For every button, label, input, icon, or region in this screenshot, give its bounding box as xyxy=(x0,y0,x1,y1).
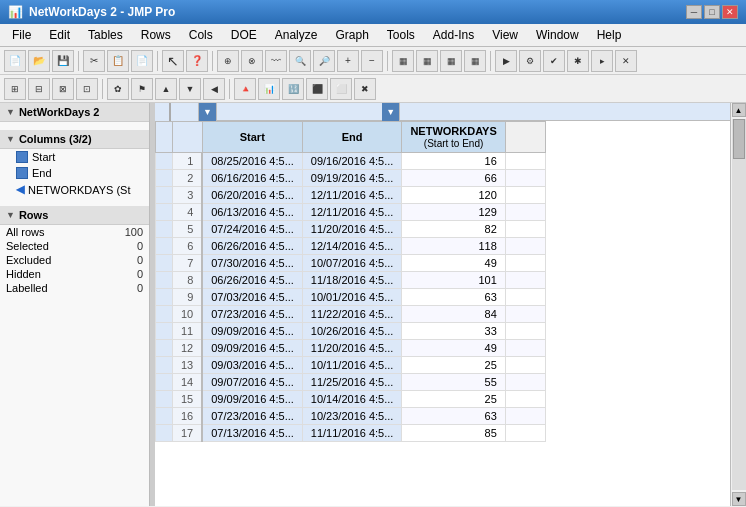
tb-b8[interactable]: ▦ xyxy=(392,50,414,72)
row-selector[interactable] xyxy=(156,238,173,255)
menu-tables[interactable]: Tables xyxy=(80,26,131,44)
tb-b17[interactable]: ✕ xyxy=(615,50,637,72)
tb-help[interactable]: ❓ xyxy=(186,50,208,72)
tb2-b15[interactable]: ✖ xyxy=(354,78,376,100)
tb2-b13[interactable]: ⬛ xyxy=(306,78,328,100)
data-area[interactable]: ▼ ▼ Start End NETWORKDAYS(Start to End) xyxy=(155,103,730,506)
row-selector[interactable] xyxy=(156,204,173,221)
cell-start: 07/23/2016 4:5... xyxy=(202,306,302,323)
tb2-b11[interactable]: 📊 xyxy=(258,78,280,100)
row-selector[interactable] xyxy=(156,340,173,357)
cell-start: 06/20/2016 4:5... xyxy=(202,187,302,204)
scroll-up-btn[interactable]: ▲ xyxy=(732,103,746,117)
menu-help[interactable]: Help xyxy=(589,26,630,44)
tb2-b1[interactable]: ⊞ xyxy=(4,78,26,100)
row-selector[interactable] xyxy=(156,323,173,340)
close-button[interactable]: ✕ xyxy=(722,5,738,19)
cell-end: 12/11/2016 4:5... xyxy=(302,204,402,221)
tb2-b3[interactable]: ⊠ xyxy=(52,78,74,100)
menu-analyze[interactable]: Analyze xyxy=(267,26,326,44)
scroll-track[interactable] xyxy=(732,119,746,490)
tb-b5[interactable]: 🔎 xyxy=(313,50,335,72)
row-selector[interactable] xyxy=(156,255,173,272)
tb-cut[interactable]: ✂ xyxy=(83,50,105,72)
row-selector[interactable] xyxy=(156,408,173,425)
menu-window[interactable]: Window xyxy=(528,26,587,44)
tb-b16[interactable]: ▸ xyxy=(591,50,613,72)
scroll-down-btn[interactable]: ▼ xyxy=(732,492,746,506)
row-selector[interactable] xyxy=(156,374,173,391)
row-selector[interactable] xyxy=(156,306,173,323)
vertical-scrollbar[interactable]: ▲ ▼ xyxy=(730,103,746,506)
tb2-b10[interactable]: 🔺 xyxy=(234,78,256,100)
tb2-b9[interactable]: ◀ xyxy=(203,78,225,100)
tb2-b12[interactable]: 🔢 xyxy=(282,78,304,100)
menu-file[interactable]: File xyxy=(4,26,39,44)
tb2-b6[interactable]: ⚑ xyxy=(131,78,153,100)
tb-save[interactable]: 💾 xyxy=(52,50,74,72)
tb-b12[interactable]: ▶ xyxy=(495,50,517,72)
tb-b2[interactable]: ⊗ xyxy=(241,50,263,72)
dataset-header[interactable]: ▼ NetWorkDays 2 xyxy=(0,103,149,122)
row-selector[interactable] xyxy=(156,187,173,204)
cell-start: 06/26/2016 4:5... xyxy=(202,272,302,289)
tb-new[interactable]: 📄 xyxy=(4,50,26,72)
th-end[interactable]: End xyxy=(302,122,402,153)
menu-rows[interactable]: Rows xyxy=(133,26,179,44)
rows-header[interactable]: ▼ Rows xyxy=(0,206,149,225)
th-networkdays[interactable]: NETWORKDAYS(Start to End) xyxy=(402,122,505,153)
tb2-b8[interactable]: ▼ xyxy=(179,78,201,100)
col-dropdown-start[interactable]: ▼ xyxy=(199,103,217,121)
row-selector[interactable] xyxy=(156,357,173,374)
tb-open[interactable]: 📂 xyxy=(28,50,50,72)
tb2-b2[interactable]: ⊟ xyxy=(28,78,50,100)
scroll-thumb[interactable] xyxy=(733,119,745,159)
tb-b4[interactable]: 🔍 xyxy=(289,50,311,72)
col-end[interactable]: End xyxy=(0,165,149,181)
tb-b1[interactable]: ⊕ xyxy=(217,50,239,72)
cell-nwd: 63 xyxy=(402,408,505,425)
tb-b11[interactable]: ▦ xyxy=(464,50,486,72)
tb-b7[interactable]: − xyxy=(361,50,383,72)
tb2-b7[interactable]: ▲ xyxy=(155,78,177,100)
col-start[interactable]: Start xyxy=(0,149,149,165)
tb-paste[interactable]: 📄 xyxy=(131,50,153,72)
maximize-button[interactable]: □ xyxy=(704,5,720,19)
menu-tools[interactable]: Tools xyxy=(379,26,423,44)
menu-view[interactable]: View xyxy=(484,26,526,44)
menu-addins[interactable]: Add-Ins xyxy=(425,26,482,44)
row-selector[interactable] xyxy=(156,289,173,306)
menu-edit[interactable]: Edit xyxy=(41,26,78,44)
tb2-b4[interactable]: ⊡ xyxy=(76,78,98,100)
tb-b14[interactable]: ✔ xyxy=(543,50,565,72)
row-selector[interactable] xyxy=(156,153,173,170)
tb2-b14[interactable]: ⬜ xyxy=(330,78,352,100)
rows-triangle: ▼ xyxy=(6,210,15,220)
cell-nwd: 55 xyxy=(402,374,505,391)
col-dropdown-end[interactable]: ▼ xyxy=(382,103,400,121)
menu-doe[interactable]: DOE xyxy=(223,26,265,44)
tb-pointer[interactable]: ↖ xyxy=(162,50,184,72)
tb-b3[interactable]: 〰 xyxy=(265,50,287,72)
th-start[interactable]: Start xyxy=(202,122,302,153)
title-bar-controls[interactable]: ─ □ ✕ xyxy=(686,5,738,19)
tb-b6[interactable]: + xyxy=(337,50,359,72)
minimize-button[interactable]: ─ xyxy=(686,5,702,19)
columns-triangle: ▼ xyxy=(6,134,15,144)
row-selector[interactable] xyxy=(156,272,173,289)
tb-b15[interactable]: ✱ xyxy=(567,50,589,72)
rows-label: Rows xyxy=(19,209,48,221)
tb-copy[interactable]: 📋 xyxy=(107,50,129,72)
menu-graph[interactable]: Graph xyxy=(327,26,376,44)
tb-b9[interactable]: ▦ xyxy=(416,50,438,72)
menu-cols[interactable]: Cols xyxy=(181,26,221,44)
row-selector[interactable] xyxy=(156,425,173,442)
columns-header[interactable]: ▼ Columns (3/2) xyxy=(0,130,149,149)
tb-b13[interactable]: ⚙ xyxy=(519,50,541,72)
col-networkdays[interactable]: ◀ NETWORKDAYS (St xyxy=(0,181,149,198)
row-selector[interactable] xyxy=(156,391,173,408)
tb-b10[interactable]: ▦ xyxy=(440,50,462,72)
tb2-b5[interactable]: ✿ xyxy=(107,78,129,100)
row-selector[interactable] xyxy=(156,221,173,238)
row-selector[interactable] xyxy=(156,170,173,187)
